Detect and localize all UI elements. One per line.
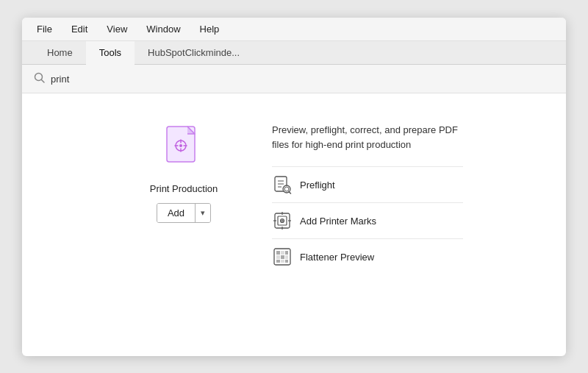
tool-icon-wrap [160, 123, 207, 176]
searchbar [22, 65, 566, 93]
tool-name: Print Production [150, 183, 218, 194]
printer-marks-icon [272, 210, 293, 231]
tab-home[interactable]: Home [34, 41, 86, 65]
menu-edit[interactable]: Edit [68, 22, 90, 36]
svg-rect-26 [276, 251, 280, 255]
dropdown-arrow-icon: ▾ [201, 208, 205, 218]
search-icon [34, 72, 45, 85]
svg-rect-34 [285, 260, 288, 263]
svg-rect-27 [281, 251, 284, 255]
flattener-label: Flattener Preview [300, 252, 374, 263]
preflight-label: Preflight [300, 180, 335, 191]
menu-file[interactable]: File [34, 22, 55, 36]
add-button[interactable]: Add [157, 204, 196, 222]
menu-view[interactable]: View [104, 22, 130, 36]
menubar: File Edit View Window Help [22, 18, 566, 41]
action-printer-marks[interactable]: Add Printer Marks [272, 202, 463, 238]
preflight-icon [272, 174, 293, 195]
menu-help[interactable]: Help [197, 22, 223, 36]
action-preflight[interactable]: Preflight [272, 166, 463, 202]
tabbar: Home Tools HubSpotClickminde... [22, 41, 566, 65]
tool-card: Print Production Add ▾ [125, 123, 243, 223]
menu-window[interactable]: Window [143, 22, 183, 36]
add-button-group: Add ▾ [157, 203, 211, 223]
main-window: File Edit View Window Help Home Tools Hu… [22, 18, 566, 356]
tab-tools[interactable]: Tools [86, 41, 135, 65]
content-area: Print Production Add ▾ Preview, prefligh… [22, 93, 566, 356]
tab-hubspot[interactable]: HubSpotClickminde... [135, 41, 253, 65]
tool-info-panel: Preview, preflight, correct, and prepare… [272, 123, 463, 274]
svg-rect-33 [281, 260, 284, 263]
print-production-icon [164, 125, 204, 174]
action-flattener[interactable]: Flattener Preview [272, 238, 463, 274]
svg-line-14 [289, 192, 291, 194]
svg-rect-30 [281, 255, 284, 259]
tool-description: Preview, preflight, correct, and prepare… [272, 123, 463, 152]
add-dropdown-button[interactable]: ▾ [196, 204, 210, 222]
svg-rect-32 [276, 260, 280, 263]
svg-rect-29 [276, 255, 280, 259]
printer-marks-label: Add Printer Marks [300, 216, 376, 227]
svg-point-8 [179, 144, 182, 147]
flattener-icon [272, 246, 293, 267]
svg-rect-28 [285, 251, 288, 255]
svg-line-1 [42, 80, 45, 83]
search-input[interactable] [51, 74, 554, 85]
svg-rect-31 [285, 255, 288, 259]
